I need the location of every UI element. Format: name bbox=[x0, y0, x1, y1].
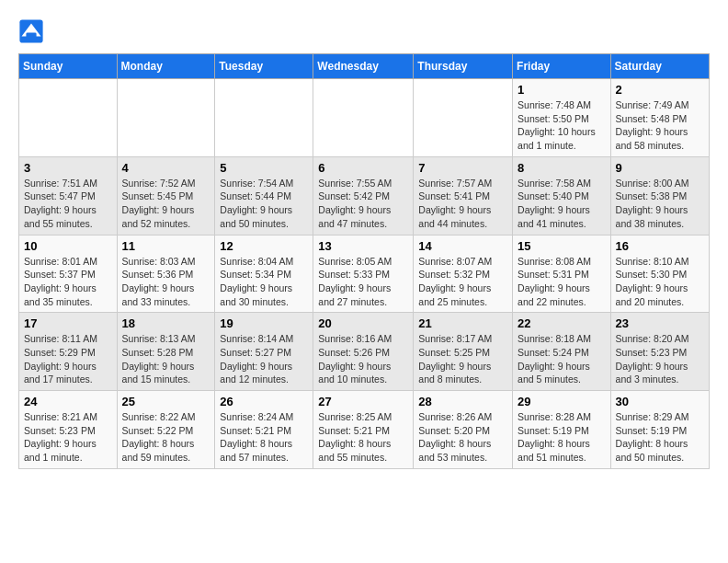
week-row-5: 24Sunrise: 8:21 AM Sunset: 5:23 PM Dayli… bbox=[19, 391, 710, 469]
calendar-body: 1Sunrise: 7:48 AM Sunset: 5:50 PM Daylig… bbox=[19, 79, 710, 469]
day-cell: 16Sunrise: 8:10 AM Sunset: 5:30 PM Dayli… bbox=[610, 235, 709, 313]
day-detail: Sunrise: 7:55 AM Sunset: 5:42 PM Dayligh… bbox=[318, 177, 408, 231]
day-number: 5 bbox=[220, 161, 308, 175]
week-row-2: 3Sunrise: 7:51 AM Sunset: 5:47 PM Daylig… bbox=[19, 156, 710, 235]
week-row-1: 1Sunrise: 7:48 AM Sunset: 5:50 PM Daylig… bbox=[19, 79, 710, 157]
day-number: 7 bbox=[418, 161, 507, 175]
day-number: 13 bbox=[318, 239, 408, 253]
day-cell: 2Sunrise: 7:49 AM Sunset: 5:48 PM Daylig… bbox=[610, 79, 709, 157]
day-cell: 29Sunrise: 8:28 AM Sunset: 5:19 PM Dayli… bbox=[513, 391, 611, 469]
day-detail: Sunrise: 7:58 AM Sunset: 5:40 PM Dayligh… bbox=[518, 177, 606, 231]
day-cell bbox=[215, 79, 313, 157]
day-number: 15 bbox=[518, 239, 606, 253]
day-cell: 20Sunrise: 8:16 AM Sunset: 5:26 PM Dayli… bbox=[313, 313, 414, 391]
day-detail: Sunrise: 8:11 AM Sunset: 5:29 PM Dayligh… bbox=[24, 332, 112, 386]
day-detail: Sunrise: 7:49 AM Sunset: 5:48 PM Dayligh… bbox=[616, 98, 704, 153]
day-cell: 4Sunrise: 7:52 AM Sunset: 5:45 PM Daylig… bbox=[117, 156, 215, 235]
page-header bbox=[18, 18, 710, 44]
day-number: 12 bbox=[220, 239, 308, 253]
day-number: 10 bbox=[24, 239, 112, 253]
week-row-4: 17Sunrise: 8:11 AM Sunset: 5:29 PM Dayli… bbox=[19, 313, 710, 391]
day-detail: Sunrise: 8:20 AM Sunset: 5:23 PM Dayligh… bbox=[616, 332, 704, 386]
day-number: 21 bbox=[418, 316, 507, 330]
day-cell: 10Sunrise: 8:01 AM Sunset: 5:37 PM Dayli… bbox=[19, 235, 118, 313]
svg-rect-2 bbox=[26, 32, 36, 39]
day-detail: Sunrise: 8:21 AM Sunset: 5:23 PM Dayligh… bbox=[24, 410, 112, 465]
day-cell: 25Sunrise: 8:22 AM Sunset: 5:22 PM Dayli… bbox=[117, 391, 215, 469]
day-cell: 24Sunrise: 8:21 AM Sunset: 5:23 PM Dayli… bbox=[19, 391, 118, 469]
day-number: 19 bbox=[220, 316, 308, 330]
day-detail: Sunrise: 7:57 AM Sunset: 5:41 PM Dayligh… bbox=[418, 177, 507, 231]
day-cell bbox=[414, 79, 513, 157]
logo bbox=[18, 18, 46, 44]
logo-icon bbox=[18, 18, 44, 44]
day-detail: Sunrise: 7:54 AM Sunset: 5:44 PM Dayligh… bbox=[220, 177, 308, 231]
day-number: 17 bbox=[24, 316, 112, 330]
day-detail: Sunrise: 8:25 AM Sunset: 5:21 PM Dayligh… bbox=[318, 410, 408, 465]
day-cell: 1Sunrise: 7:48 AM Sunset: 5:50 PM Daylig… bbox=[513, 79, 611, 157]
day-cell: 17Sunrise: 8:11 AM Sunset: 5:29 PM Dayli… bbox=[19, 313, 118, 391]
day-detail: Sunrise: 8:01 AM Sunset: 5:37 PM Dayligh… bbox=[24, 255, 112, 309]
day-cell: 27Sunrise: 8:25 AM Sunset: 5:21 PM Dayli… bbox=[313, 391, 414, 469]
day-number: 3 bbox=[24, 161, 112, 175]
day-cell: 23Sunrise: 8:20 AM Sunset: 5:23 PM Dayli… bbox=[610, 313, 709, 391]
day-cell: 15Sunrise: 8:08 AM Sunset: 5:31 PM Dayli… bbox=[513, 235, 611, 313]
day-detail: Sunrise: 8:26 AM Sunset: 5:20 PM Dayligh… bbox=[418, 410, 507, 465]
day-detail: Sunrise: 8:18 AM Sunset: 5:24 PM Dayligh… bbox=[518, 332, 606, 386]
week-row-3: 10Sunrise: 8:01 AM Sunset: 5:37 PM Dayli… bbox=[19, 235, 710, 313]
day-detail: Sunrise: 8:03 AM Sunset: 5:36 PM Dayligh… bbox=[122, 255, 210, 309]
day-cell: 18Sunrise: 8:13 AM Sunset: 5:28 PM Dayli… bbox=[117, 313, 215, 391]
day-cell: 21Sunrise: 8:17 AM Sunset: 5:25 PM Dayli… bbox=[414, 313, 513, 391]
day-number: 6 bbox=[318, 161, 408, 175]
day-cell: 8Sunrise: 7:58 AM Sunset: 5:40 PM Daylig… bbox=[513, 156, 611, 235]
day-number: 14 bbox=[418, 239, 507, 253]
day-detail: Sunrise: 7:51 AM Sunset: 5:47 PM Dayligh… bbox=[24, 177, 112, 231]
day-number: 30 bbox=[616, 395, 704, 408]
day-cell: 26Sunrise: 8:24 AM Sunset: 5:21 PM Dayli… bbox=[215, 391, 313, 469]
day-cell bbox=[19, 79, 118, 157]
day-number: 16 bbox=[616, 239, 704, 253]
day-cell: 28Sunrise: 8:26 AM Sunset: 5:20 PM Dayli… bbox=[414, 391, 513, 469]
day-number: 8 bbox=[518, 161, 606, 175]
day-number: 2 bbox=[616, 83, 704, 97]
calendar-table: SundayMondayTuesdayWednesdayThursdayFrid… bbox=[18, 53, 710, 469]
day-detail: Sunrise: 8:29 AM Sunset: 5:19 PM Dayligh… bbox=[616, 410, 704, 465]
weekday-header-friday: Friday bbox=[513, 54, 611, 79]
day-detail: Sunrise: 8:05 AM Sunset: 5:33 PM Dayligh… bbox=[318, 255, 408, 309]
day-detail: Sunrise: 8:28 AM Sunset: 5:19 PM Dayligh… bbox=[518, 410, 606, 465]
day-cell: 12Sunrise: 8:04 AM Sunset: 5:34 PM Dayli… bbox=[215, 235, 313, 313]
day-number: 28 bbox=[418, 395, 507, 408]
day-detail: Sunrise: 8:08 AM Sunset: 5:31 PM Dayligh… bbox=[518, 255, 606, 309]
day-number: 22 bbox=[518, 316, 606, 330]
day-cell: 30Sunrise: 8:29 AM Sunset: 5:19 PM Dayli… bbox=[610, 391, 709, 469]
calendar-header: SundayMondayTuesdayWednesdayThursdayFrid… bbox=[19, 54, 710, 79]
day-cell: 5Sunrise: 7:54 AM Sunset: 5:44 PM Daylig… bbox=[215, 156, 313, 235]
day-number: 24 bbox=[24, 395, 112, 408]
day-number: 4 bbox=[122, 161, 210, 175]
day-number: 26 bbox=[220, 395, 308, 408]
day-detail: Sunrise: 8:24 AM Sunset: 5:21 PM Dayligh… bbox=[220, 410, 308, 465]
weekday-header-saturday: Saturday bbox=[610, 54, 709, 79]
weekday-header-sunday: Sunday bbox=[19, 54, 118, 79]
day-detail: Sunrise: 8:14 AM Sunset: 5:27 PM Dayligh… bbox=[220, 332, 308, 386]
day-cell: 3Sunrise: 7:51 AM Sunset: 5:47 PM Daylig… bbox=[19, 156, 118, 235]
day-number: 25 bbox=[122, 395, 210, 408]
day-cell: 6Sunrise: 7:55 AM Sunset: 5:42 PM Daylig… bbox=[313, 156, 414, 235]
day-number: 9 bbox=[616, 161, 704, 175]
day-cell: 11Sunrise: 8:03 AM Sunset: 5:36 PM Dayli… bbox=[117, 235, 215, 313]
day-cell bbox=[313, 79, 414, 157]
day-number: 23 bbox=[616, 316, 704, 330]
weekday-header-thursday: Thursday bbox=[414, 54, 513, 79]
day-cell: 19Sunrise: 8:14 AM Sunset: 5:27 PM Dayli… bbox=[215, 313, 313, 391]
day-detail: Sunrise: 8:16 AM Sunset: 5:26 PM Dayligh… bbox=[318, 332, 408, 386]
day-detail: Sunrise: 7:48 AM Sunset: 5:50 PM Dayligh… bbox=[518, 98, 606, 153]
day-number: 27 bbox=[318, 395, 408, 408]
weekday-header-wednesday: Wednesday bbox=[313, 54, 414, 79]
day-number: 18 bbox=[122, 316, 210, 330]
weekday-row: SundayMondayTuesdayWednesdayThursdayFrid… bbox=[19, 54, 710, 79]
day-cell: 9Sunrise: 8:00 AM Sunset: 5:38 PM Daylig… bbox=[610, 156, 709, 235]
day-cell bbox=[117, 79, 215, 157]
day-detail: Sunrise: 8:10 AM Sunset: 5:30 PM Dayligh… bbox=[616, 255, 704, 309]
day-detail: Sunrise: 8:07 AM Sunset: 5:32 PM Dayligh… bbox=[418, 255, 507, 309]
day-cell: 7Sunrise: 7:57 AM Sunset: 5:41 PM Daylig… bbox=[414, 156, 513, 235]
